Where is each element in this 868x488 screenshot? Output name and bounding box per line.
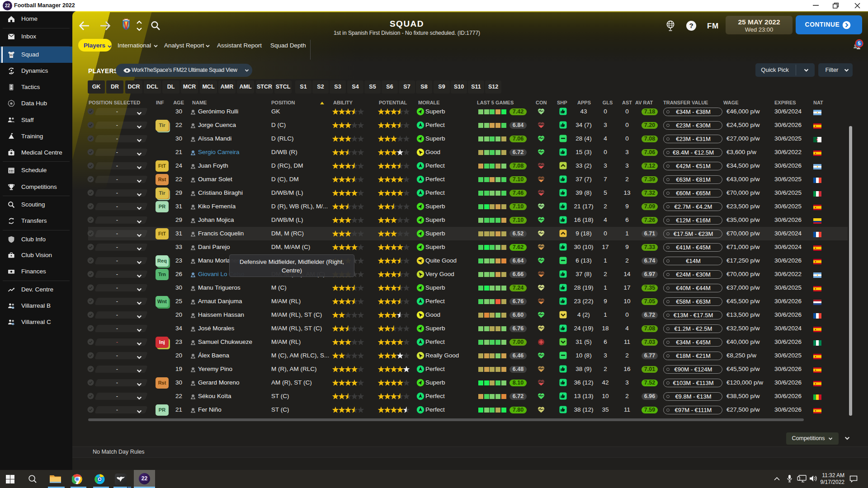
svg-text:11: 11 [10, 54, 13, 56]
svg-text:B: B [12, 306, 14, 309]
svg-text:C: C [12, 323, 14, 325]
